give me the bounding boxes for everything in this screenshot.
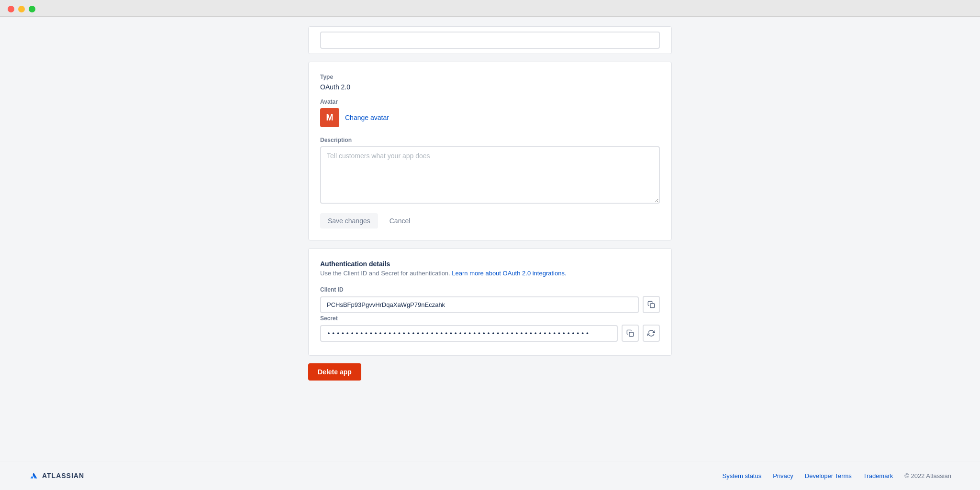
maximize-button[interactable]	[29, 6, 35, 12]
cancel-button[interactable]: Cancel	[382, 213, 418, 229]
save-changes-button[interactable]: Save changes	[320, 213, 378, 229]
secret-input[interactable]	[320, 325, 618, 342]
copy-icon	[647, 301, 655, 308]
atlassian-logo: ATLASSIAN	[29, 471, 84, 480]
description-label: Description	[320, 137, 660, 143]
refresh-icon	[647, 329, 655, 337]
page-content: Type OAuth 2.0 Avatar M Change avatar De…	[0, 17, 980, 461]
main-container: Type OAuth 2.0 Avatar M Change avatar De…	[308, 17, 672, 442]
type-value: OAuth 2.0	[320, 83, 660, 91]
auth-details-card: Authentication details Use the Client ID…	[308, 248, 672, 356]
app-name-input[interactable]	[320, 32, 660, 49]
avatar-row: M Change avatar	[320, 108, 660, 127]
top-card	[308, 26, 672, 54]
form-button-row: Save changes Cancel	[320, 213, 660, 229]
window-chrome	[0, 0, 980, 17]
secret-field: Secret	[320, 315, 660, 342]
minimize-button[interactable]	[18, 6, 25, 12]
client-id-input[interactable]	[320, 296, 639, 313]
type-field: Type OAuth 2.0	[320, 74, 660, 91]
footer-link-system-status[interactable]: System status	[723, 472, 762, 479]
change-avatar-link[interactable]: Change avatar	[345, 114, 389, 121]
auth-title: Authentication details	[320, 260, 660, 268]
secret-label: Secret	[320, 315, 660, 322]
avatar-label: Avatar	[320, 98, 660, 105]
client-id-label: Client ID	[320, 286, 660, 293]
footer-links: System status Privacy Developer Terms Tr…	[723, 472, 951, 479]
type-label: Type	[320, 74, 660, 80]
avatar: M	[320, 108, 339, 127]
atlassian-icon	[29, 471, 38, 480]
copy-icon	[626, 329, 634, 337]
footer-copyright: © 2022 Atlassian	[904, 472, 951, 479]
learn-more-link[interactable]: Learn more about OAuth 2.0 integrations.	[452, 270, 566, 277]
auth-subtitle: Use the Client ID and Secret for authent…	[320, 270, 660, 277]
footer: ATLASSIAN System status Privacy Develope…	[0, 461, 980, 490]
atlassian-logo-text: ATLASSIAN	[42, 472, 84, 479]
client-id-field: Client ID	[320, 286, 660, 313]
footer-link-privacy[interactable]: Privacy	[773, 472, 793, 479]
secret-row	[320, 325, 660, 342]
svg-rect-0	[650, 304, 655, 308]
copy-client-id-button[interactable]	[643, 296, 660, 313]
description-textarea[interactable]	[320, 146, 660, 204]
close-button[interactable]	[8, 6, 14, 12]
avatar-field: Avatar M Change avatar	[320, 98, 660, 127]
regenerate-secret-button[interactable]	[643, 325, 660, 342]
app-details-card: Type OAuth 2.0 Avatar M Change avatar De…	[308, 62, 672, 240]
copy-secret-button[interactable]	[622, 325, 639, 342]
description-field: Description	[320, 137, 660, 206]
client-id-row	[320, 296, 660, 313]
svg-rect-1	[629, 332, 634, 337]
footer-link-trademark[interactable]: Trademark	[863, 472, 893, 479]
delete-app-button[interactable]: Delete app	[308, 363, 361, 381]
footer-link-developer-terms[interactable]: Developer Terms	[805, 472, 852, 479]
